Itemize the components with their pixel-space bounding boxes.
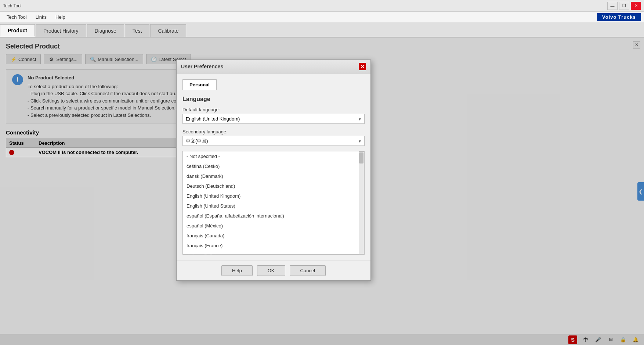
secondary-language-label: Secondary language: [182,129,365,134]
menu-bar: Tech Tool Links Help Volvo Trucks [0,12,644,23]
dropdown-item-francais-ca[interactable]: français (Canada) [183,231,359,241]
dropdown-item-francais-fr[interactable]: français (France) [183,241,359,251]
secondary-language-select-wrapper: 中文(中国) [182,136,365,146]
tab-product-history[interactable]: Product History [36,24,86,37]
menu-item-links[interactable]: Links [32,13,50,21]
menu-item-techtool[interactable]: Tech Tool [3,13,30,21]
dropdown-items: - Not specified - čeština (Česko) dansk … [183,151,359,254]
tab-test[interactable]: Test [125,24,150,37]
modal-body: Personal Language Default language: Engl… [177,73,370,260]
dropdown-scrollbar[interactable] [359,151,364,254]
tab-diagnose[interactable]: Diagnose [87,24,124,37]
scrollbar-thumb [359,152,363,163]
help-button[interactable]: Help [221,265,253,276]
default-language-group: Default language: English (United Kingdo… [182,107,365,124]
title-bar-left: Tech Tool [3,3,21,8]
app-title: Tech Tool [3,3,21,8]
ok-button[interactable]: OK [257,265,285,276]
cancel-button[interactable]: Cancel [290,265,326,276]
default-language-select[interactable]: English (United Kingdom) [182,114,365,124]
modal-header: User Preferences ✕ [177,60,370,73]
secondary-language-group: Secondary language: 中文(中国) [182,129,365,146]
dropdown-item-deutsch[interactable]: Deutsch (Deutschland) [183,181,359,191]
menu-item-help[interactable]: Help [52,13,69,21]
modal-tab-personal[interactable]: Personal [182,79,217,90]
dropdown-item-english-uk[interactable]: English (United Kingdom) [183,191,359,201]
dropdown-item-cestina[interactable]: čeština (Česko) [183,161,359,171]
secondary-language-select[interactable]: 中文(中国) [182,136,365,146]
default-language-select-wrapper: English (United Kingdom) [182,114,365,124]
dropdown-item-espanol-mx[interactable]: español (México) [183,221,359,231]
modal-title: User Preferences [181,64,223,69]
modal-section-title: Language [182,96,365,103]
title-bar-controls: — ❐ ✕ [607,2,641,10]
restore-button[interactable]: ❐ [619,2,629,10]
modal-tab-bar: Personal [182,79,365,90]
tab-calibrate[interactable]: Calibrate [150,24,186,37]
main-content: ✕ Selected Product ⚡ Connect ⚙ Settings.… [0,37,644,345]
user-preferences-modal: User Preferences ✕ Personal Language Def… [176,60,371,281]
tab-bar: Product Product History Diagnose Test Ca… [0,23,644,37]
volvo-badge: Volvo Trucks [597,13,641,21]
dropdown-item-dansk[interactable]: dansk (Danmark) [183,171,359,181]
dropdown-item-not-specified[interactable]: - Not specified - [183,151,359,161]
modal-footer: Help OK Cancel [177,260,370,280]
window-close-button[interactable]: ✕ [631,2,641,10]
title-bar: Tech Tool — ❐ ✕ [0,0,644,12]
dropdown-item-english-us[interactable]: English (United States) [183,201,359,211]
language-dropdown-open: - Not specified - čeština (Česko) dansk … [182,151,365,255]
tab-product[interactable]: Product [0,24,35,37]
dropdown-item-italiano[interactable]: italiano (Italia) [183,251,359,254]
modal-close-button[interactable]: ✕ [359,63,366,70]
dropdown-item-espanol-es[interactable]: español (España, alfabetización internac… [183,211,359,221]
minimize-button[interactable]: — [607,2,618,10]
default-language-label: Default language: [182,107,365,112]
